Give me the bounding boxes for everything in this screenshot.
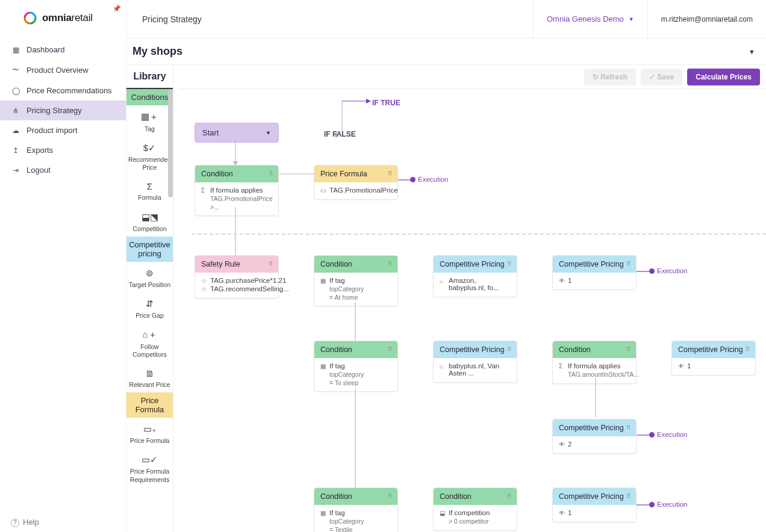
chart-line-icon: 〜	[11, 65, 20, 75]
lib-item-recommended-price[interactable]: $✓Recommended Price	[126, 137, 173, 175]
lib-item-price-gap[interactable]: ⇵Price Gap	[126, 292, 173, 323]
if-true-label: IF TRUE	[372, 99, 400, 107]
page-title: My shops	[132, 45, 182, 58]
file-icon: 🗎	[128, 368, 172, 379]
logout-icon: ⇥	[11, 166, 20, 175]
execution-dot	[649, 268, 655, 274]
svg-marker-6	[366, 99, 371, 104]
drag-handle-icon[interactable]: ⠿	[388, 346, 393, 353]
lib-item-tag[interactable]: ▦＋Tag	[126, 105, 173, 137]
node-condition-stock[interactable]: Condition⠿ ΣIf formula appliesTAG.amount…	[552, 341, 637, 384]
topbar: Pricing Strategy Omnia Genesis Demo▼ m.r…	[126, 0, 766, 39]
grid-icon: ▦	[11, 46, 20, 54]
library-tab[interactable]: Library	[126, 65, 173, 89]
nav-logout[interactable]: ⇥Logout	[0, 160, 126, 180]
canvas-toolbar: ↻ Refresh ✓ Save Calculate Prices	[179, 65, 766, 89]
drag-handle-icon[interactable]: ⠿	[388, 261, 393, 267]
drag-handle-icon[interactable]: ⠿	[626, 493, 631, 500]
node-cp-amazon[interactable]: Competitive Pricing⠿ ⌂Amazon, babyplus.n…	[433, 255, 517, 297]
node-start[interactable]: Start▼	[195, 123, 279, 143]
node-condition-tosleep[interactable]: Condition⠿ ▦If tagtopCategory= To sleep	[314, 341, 398, 392]
save-button[interactable]: ✓ Save	[641, 69, 682, 85]
node-condition-textile[interactable]: Condition⠿ ▦If tagtopCategory= Textile	[314, 487, 398, 532]
tag-icon: ▦	[320, 510, 326, 516]
execution-dot	[649, 432, 655, 438]
node-condition-competition[interactable]: Condition⠿ ⬓If competition> 0 competitor	[433, 487, 517, 531]
lib-item-follow-competitors[interactable]: ⌂＋Follow Competitors	[126, 323, 173, 362]
calculate-prices-button[interactable]: Calculate Prices	[687, 69, 760, 85]
nav-product-overview[interactable]: 〜Product Overview	[0, 60, 126, 81]
nav-product-import[interactable]: ☁Product import	[0, 120, 126, 140]
eye-icon: 👁	[559, 510, 565, 516]
bars-icon: ⬓	[440, 510, 446, 516]
lib-item-price-formula[interactable]: ▭₊Price Formula	[126, 418, 173, 448]
execution-dot	[410, 177, 416, 182]
refresh-button[interactable]: ↻ Refresh	[584, 69, 636, 85]
logo[interactable]: omniaretail	[0, 0, 126, 36]
eye-icon: 👁	[678, 363, 684, 370]
page-subheader: My shops ▼	[126, 39, 766, 65]
lib-item-price-formula-req[interactable]: ▭✓Price Formula Requirements	[126, 448, 173, 487]
drag-handle-icon[interactable]: ⠿	[626, 261, 631, 267]
gap-icon: ⇵	[128, 298, 172, 309]
sigma-icon: Σ	[128, 181, 172, 191]
drag-handle-icon[interactable]: ⠿	[626, 346, 631, 353]
logo-icon	[23, 11, 37, 25]
node-condition-athome[interactable]: Condition⠿ ▦If tagtopCategory= At home	[314, 255, 398, 306]
execution-dot	[649, 502, 655, 507]
node-cp-result-1b[interactable]: Competitive Pricing⠿ 👁1	[671, 341, 756, 376]
nav-dashboard[interactable]: ▦Dashboard	[0, 40, 126, 60]
execution-label: Execution	[657, 431, 688, 438]
lib-section-price-formula: Price Formula	[126, 392, 173, 418]
nav-pricing-strategy[interactable]: ⋔Pricing Strategy	[0, 101, 126, 120]
flow-canvas[interactable]: IF TRUE IF FALSE Start▼ Condition⠿ ΣIf f…	[179, 89, 766, 532]
drag-handle-icon[interactable]: ⠿	[507, 261, 512, 267]
upload-icon: ↥	[11, 146, 20, 155]
collapse-icon[interactable]: ▼	[749, 48, 755, 55]
node-safety-rule[interactable]: Safety Rule⠿ ☆TAG.purchasePrice*1.21 ☆TA…	[195, 255, 279, 298]
calc-icon: ▭	[320, 187, 326, 194]
if-false-label: IF FALSE	[324, 130, 356, 138]
lib-item-target-position[interactable]: ⊚Target Position	[126, 262, 173, 292]
lib-item-formula[interactable]: ΣFormula	[126, 175, 173, 205]
nav-help[interactable]: ?Help	[11, 518, 39, 527]
execution-label: Execution	[657, 501, 688, 508]
caret-down-icon: ▼	[266, 130, 271, 136]
tag-icon: ▦	[320, 277, 326, 284]
bars-icon: ⬓⬔	[128, 212, 172, 223]
account-selector[interactable]: Omnia Genesis Demo▼	[533, 0, 648, 38]
lib-item-relevant-price[interactable]: 🗎Relevant Price	[126, 362, 173, 392]
shield-icon: ☆	[201, 277, 207, 284]
drag-handle-icon[interactable]: ⠿	[746, 346, 750, 353]
drag-handle-icon[interactable]: ⠿	[388, 493, 393, 500]
lib-item-competition[interactable]: ⬓⬔Competition	[126, 206, 173, 237]
drag-handle-icon[interactable]: ⠿	[269, 170, 273, 177]
node-cp-result-1a[interactable]: Competitive Pricing⠿ 👁1	[552, 255, 637, 290]
drag-handle-icon[interactable]: ⠿	[388, 170, 393, 177]
nav-exports[interactable]: ↥Exports	[0, 140, 126, 160]
drag-handle-icon[interactable]: ⠿	[507, 346, 512, 353]
caret-down-icon: ▼	[629, 16, 634, 22]
lib-section-competitive: Competitive pricing	[126, 237, 173, 262]
drag-handle-icon[interactable]: ⠿	[269, 261, 273, 267]
nav-price-recommendations[interactable]: ◯Price Recommendations	[0, 81, 126, 101]
sidebar: 📌 omniaretail ▦Dashboard 〜Product Overvi…	[0, 0, 126, 532]
circle-icon: ◯	[11, 87, 20, 95]
node-cp-babyplus[interactable]: Competitive Pricing⠿ ⌂babyplus.nl, Van A…	[433, 341, 517, 383]
target-icon: ⊚	[128, 268, 172, 279]
drag-handle-icon[interactable]: ⠿	[626, 424, 631, 431]
dollar-check-icon: $✓	[128, 143, 172, 153]
calc-icon: ▭₊	[128, 424, 172, 435]
drag-handle-icon[interactable]: ⠿	[507, 493, 512, 500]
logo-text: omniaretail	[42, 12, 93, 24]
node-cp-result-2[interactable]: Competitive Pricing⠿ 👁2	[552, 419, 637, 454]
user-email[interactable]: m.ritzheim@omniaretail.com	[648, 15, 766, 23]
breadcrumb: Pricing Strategy	[126, 14, 533, 24]
node-cp-result-1c[interactable]: Competitive Pricing⠿ 👁1	[552, 487, 637, 522]
library-scrollbar[interactable]	[168, 89, 173, 197]
node-condition-promo[interactable]: Condition⠿ ΣIf formula appliesTAG.Promot…	[195, 165, 279, 216]
checklist-icon: ▭✓	[128, 454, 172, 465]
pin-icon[interactable]: 📌	[113, 5, 121, 13]
node-price-formula-promo[interactable]: Price Formula⠿ ▭TAG.PromotionalPrice	[314, 165, 398, 200]
shield-icon: ☆	[201, 286, 207, 292]
